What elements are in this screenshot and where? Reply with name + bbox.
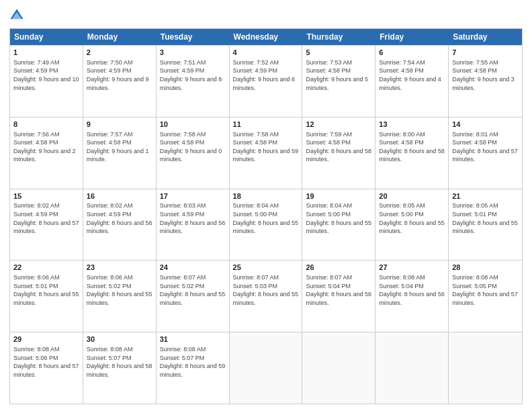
- day-number: 22: [13, 263, 79, 273]
- calendar-header-cell: Monday: [83, 29, 157, 45]
- sun-info: Sunrise: 8:07 AMSunset: 5:02 PMDaylight:…: [160, 273, 226, 307]
- calendar-cell: 14Sunrise: 8:01 AMSunset: 4:58 PMDayligh…: [449, 118, 522, 189]
- calendar-cell: 27Sunrise: 8:08 AMSunset: 5:04 PMDayligh…: [375, 261, 449, 332]
- calendar-cell: 19Sunrise: 8:04 AMSunset: 5:00 PMDayligh…: [302, 189, 375, 261]
- day-number: 18: [233, 191, 299, 201]
- calendar-cell: 6Sunrise: 7:54 AMSunset: 4:58 PMDaylight…: [375, 46, 449, 117]
- calendar-header-cell: Sunday: [10, 29, 83, 45]
- day-number: 5: [306, 48, 371, 58]
- sun-info: Sunrise: 8:02 AMSunset: 4:59 PMDaylight:…: [87, 201, 152, 235]
- sun-info: Sunrise: 7:57 AMSunset: 4:58 PMDaylight:…: [87, 130, 152, 164]
- day-number: 17: [160, 191, 226, 201]
- sun-info: Sunrise: 7:58 AMSunset: 4:58 PMDaylight:…: [233, 130, 299, 164]
- day-number: 10: [160, 120, 226, 130]
- sun-info: Sunrise: 8:08 AMSunset: 5:07 PMDaylight:…: [87, 345, 152, 379]
- calendar-week-row: 22Sunrise: 8:06 AMSunset: 5:01 PMDayligh…: [10, 260, 522, 332]
- sun-info: Sunrise: 8:02 AMSunset: 4:59 PMDaylight:…: [13, 201, 79, 235]
- day-number: 29: [13, 334, 79, 345]
- day-number: 3: [160, 48, 226, 58]
- calendar-cell: 5Sunrise: 7:53 AMSunset: 4:58 PMDaylight…: [302, 46, 375, 117]
- calendar-header-cell: Tuesday: [157, 29, 230, 45]
- sun-info: Sunrise: 8:01 AMSunset: 4:58 PMDaylight:…: [452, 130, 519, 164]
- sun-info: Sunrise: 8:06 AMSunset: 5:02 PMDaylight:…: [87, 273, 152, 307]
- calendar-cell: 28Sunrise: 8:08 AMSunset: 5:05 PMDayligh…: [449, 261, 522, 332]
- sun-info: Sunrise: 8:00 AMSunset: 4:58 PMDaylight:…: [379, 130, 445, 164]
- calendar-cell: 17Sunrise: 8:03 AMSunset: 4:59 PMDayligh…: [157, 189, 230, 261]
- calendar-cell: 25Sunrise: 8:07 AMSunset: 5:03 PMDayligh…: [230, 261, 303, 332]
- day-number: 28: [452, 263, 519, 273]
- day-number: 19: [306, 191, 371, 201]
- sun-info: Sunrise: 7:50 AMSunset: 4:59 PMDaylight:…: [87, 58, 152, 92]
- calendar-week-row: 29Sunrise: 8:08 AMSunset: 5:06 PMDayligh…: [10, 332, 522, 404]
- day-number: 15: [13, 191, 79, 201]
- sun-info: Sunrise: 8:07 AMSunset: 5:03 PMDaylight:…: [233, 273, 299, 307]
- day-number: 26: [306, 263, 371, 273]
- calendar-cell: [449, 332, 522, 404]
- calendar-cell: 26Sunrise: 8:07 AMSunset: 5:04 PMDayligh…: [302, 261, 375, 332]
- day-number: 20: [379, 191, 445, 201]
- calendar-cell: 31Sunrise: 8:08 AMSunset: 5:07 PMDayligh…: [157, 332, 230, 404]
- header: [9, 8, 523, 23]
- sun-info: Sunrise: 8:04 AMSunset: 5:00 PMDaylight:…: [306, 201, 371, 235]
- day-number: 14: [452, 120, 519, 130]
- calendar-cell: 12Sunrise: 7:59 AMSunset: 4:58 PMDayligh…: [302, 118, 375, 189]
- day-number: 8: [13, 120, 79, 130]
- day-number: 27: [379, 263, 445, 273]
- sun-info: Sunrise: 7:52 AMSunset: 4:59 PMDaylight:…: [233, 58, 299, 92]
- calendar-cell: 20Sunrise: 8:05 AMSunset: 5:00 PMDayligh…: [375, 189, 449, 261]
- sun-info: Sunrise: 8:04 AMSunset: 5:00 PMDaylight:…: [233, 201, 299, 235]
- calendar-cell: 29Sunrise: 8:08 AMSunset: 5:06 PMDayligh…: [10, 332, 83, 404]
- sun-info: Sunrise: 8:08 AMSunset: 5:06 PMDaylight:…: [13, 345, 79, 379]
- day-number: 1: [13, 48, 79, 58]
- calendar-cell: [302, 332, 375, 404]
- calendar-cell: 10Sunrise: 7:58 AMSunset: 4:58 PMDayligh…: [157, 118, 230, 189]
- sun-info: Sunrise: 7:51 AMSunset: 4:59 PMDaylight:…: [160, 58, 226, 92]
- day-number: 30: [87, 334, 152, 345]
- sun-info: Sunrise: 7:58 AMSunset: 4:58 PMDaylight:…: [160, 130, 226, 164]
- sun-info: Sunrise: 8:05 AMSunset: 5:00 PMDaylight:…: [379, 201, 445, 235]
- calendar-cell: 8Sunrise: 7:56 AMSunset: 4:58 PMDaylight…: [10, 118, 83, 189]
- calendar-cell: 24Sunrise: 8:07 AMSunset: 5:02 PMDayligh…: [157, 261, 230, 332]
- calendar-header-row: SundayMondayTuesdayWednesdayThursdayFrid…: [10, 29, 522, 45]
- sun-info: Sunrise: 7:53 AMSunset: 4:58 PMDaylight:…: [306, 58, 371, 92]
- calendar-week-row: 1Sunrise: 7:49 AMSunset: 4:59 PMDaylight…: [10, 45, 522, 117]
- sun-info: Sunrise: 7:56 AMSunset: 4:58 PMDaylight:…: [13, 130, 79, 164]
- sun-info: Sunrise: 7:49 AMSunset: 4:59 PMDaylight:…: [13, 58, 79, 92]
- calendar-week-row: 15Sunrise: 8:02 AMSunset: 4:59 PMDayligh…: [10, 189, 522, 261]
- day-number: 21: [452, 191, 519, 201]
- sun-info: Sunrise: 8:08 AMSunset: 5:07 PMDaylight:…: [160, 345, 226, 379]
- sun-info: Sunrise: 7:55 AMSunset: 4:58 PMDaylight:…: [452, 58, 519, 92]
- calendar-cell: 13Sunrise: 8:00 AMSunset: 4:58 PMDayligh…: [375, 118, 449, 189]
- calendar-cell: [375, 332, 449, 404]
- sun-info: Sunrise: 8:03 AMSunset: 4:59 PMDaylight:…: [160, 201, 226, 235]
- sun-info: Sunrise: 8:06 AMSunset: 5:01 PMDaylight:…: [13, 273, 79, 307]
- calendar-cell: 18Sunrise: 8:04 AMSunset: 5:00 PMDayligh…: [230, 189, 303, 261]
- calendar-cell: 1Sunrise: 7:49 AMSunset: 4:59 PMDaylight…: [10, 46, 83, 117]
- calendar-cell: 21Sunrise: 8:05 AMSunset: 5:01 PMDayligh…: [449, 189, 522, 261]
- logo: [9, 8, 27, 23]
- day-number: 25: [233, 263, 299, 273]
- calendar-header-cell: Thursday: [302, 29, 375, 45]
- calendar-cell: 30Sunrise: 8:08 AMSunset: 5:07 PMDayligh…: [83, 332, 157, 404]
- calendar-week-row: 8Sunrise: 7:56 AMSunset: 4:58 PMDaylight…: [10, 117, 522, 189]
- sun-info: Sunrise: 8:07 AMSunset: 5:04 PMDaylight:…: [306, 273, 371, 307]
- calendar-cell: [230, 332, 303, 404]
- day-number: 4: [233, 48, 299, 58]
- calendar: SundayMondayTuesdayWednesdayThursdayFrid…: [9, 28, 523, 404]
- calendar-cell: 16Sunrise: 8:02 AMSunset: 4:59 PMDayligh…: [83, 189, 157, 261]
- sun-info: Sunrise: 7:59 AMSunset: 4:58 PMDaylight:…: [306, 130, 371, 164]
- day-number: 2: [87, 48, 152, 58]
- day-number: 7: [452, 48, 519, 58]
- calendar-cell: 4Sunrise: 7:52 AMSunset: 4:59 PMDaylight…: [230, 46, 303, 117]
- calendar-cell: 2Sunrise: 7:50 AMSunset: 4:59 PMDaylight…: [83, 46, 157, 117]
- day-number: 6: [379, 48, 445, 58]
- sun-info: Sunrise: 8:05 AMSunset: 5:01 PMDaylight:…: [452, 201, 519, 235]
- calendar-header-cell: Wednesday: [230, 29, 303, 45]
- calendar-header-cell: Saturday: [449, 29, 522, 45]
- calendar-cell: 23Sunrise: 8:06 AMSunset: 5:02 PMDayligh…: [83, 261, 157, 332]
- day-number: 16: [87, 191, 152, 201]
- sun-info: Sunrise: 8:08 AMSunset: 5:04 PMDaylight:…: [379, 273, 445, 307]
- calendar-cell: 9Sunrise: 7:57 AMSunset: 4:58 PMDaylight…: [83, 118, 157, 189]
- day-number: 12: [306, 120, 371, 130]
- day-number: 24: [160, 263, 226, 273]
